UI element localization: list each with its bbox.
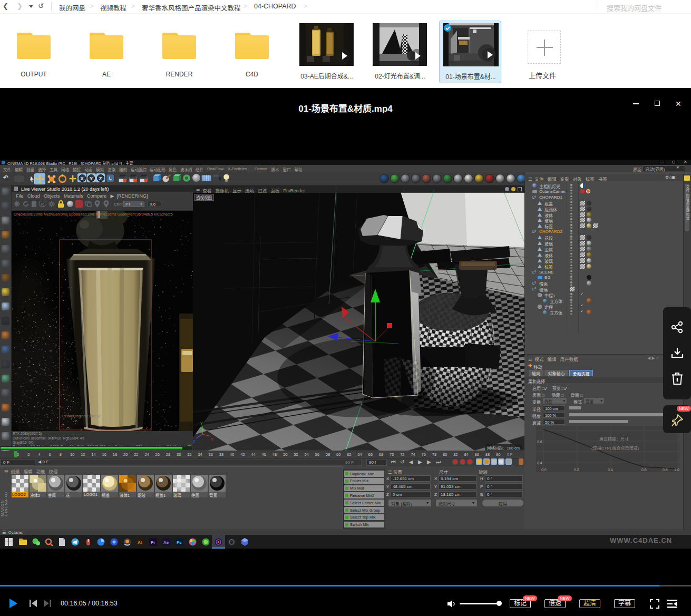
svg-text:0.4: 0.4 xyxy=(537,461,542,465)
svg-text:Ps: Ps xyxy=(177,540,182,545)
svg-text:0.6: 0.6 xyxy=(641,468,647,472)
svg-text:0.0: 0.0 xyxy=(541,468,547,472)
svg-text:Y: Y xyxy=(200,422,203,425)
svg-text:Ae: Ae xyxy=(163,540,169,545)
svg-text:X: X xyxy=(211,437,213,441)
svg-text:建议精度：尺寸: 建议精度：尺寸 xyxy=(599,436,629,442)
svg-text:0.4: 0.4 xyxy=(608,468,613,472)
svg-text:(使用CTRL组合点击增减): (使用CTRL组合点击增减) xyxy=(591,445,639,451)
svg-text:Render region 190x192: Render region 190x192 xyxy=(62,414,101,418)
svg-text:Z: Z xyxy=(193,439,196,443)
svg-text:0.8: 0.8 xyxy=(663,468,668,472)
svg-text:Ai: Ai xyxy=(138,540,142,545)
svg-text:0.2: 0.2 xyxy=(574,468,579,472)
svg-text:1.0: 1.0 xyxy=(674,468,679,472)
svg-text:Pr: Pr xyxy=(151,540,155,545)
svg-text:0.8: 0.8 xyxy=(537,440,542,444)
